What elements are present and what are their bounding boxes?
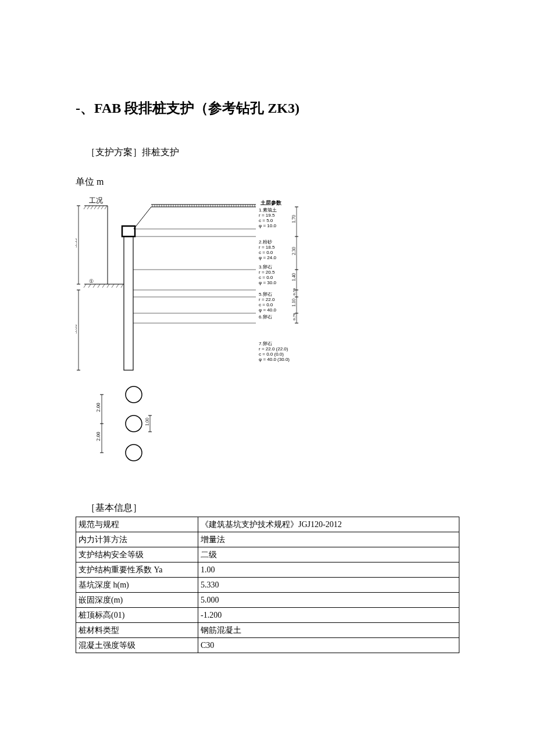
svg-text:r  = 20.5: r = 20.5: [259, 270, 275, 275]
soil-layer-1: 1.素填土 r = 19.5 c = 5.0 φ = 10.0: [259, 207, 277, 228]
svg-text:1.素填土: 1.素填土: [259, 207, 277, 213]
table-row: 桩顶标高(01)-1.200: [76, 608, 459, 623]
table-row: 规范与规程《建筑基坑支护技术规程》JGJ120-2012: [76, 517, 459, 532]
svg-text:φ = 30.0: φ = 30.0: [259, 280, 276, 285]
svg-text:c  = 0.0: c = 0.0: [259, 275, 273, 280]
svg-line-68: [121, 284, 123, 288]
table-cell-value: 5.330: [198, 578, 459, 593]
table-cell-value: 二级: [198, 547, 459, 562]
svg-line-63: [98, 284, 100, 288]
svg-text:c  = 0.0: c = 0.0: [259, 302, 273, 307]
svg-line-5: [98, 206, 100, 209]
table-cell-value: -1.200: [198, 608, 459, 623]
svg-line-7: [105, 206, 107, 209]
svg-line-4: [94, 206, 97, 209]
table-cell-key: 混凝土强度等级: [76, 638, 198, 653]
soil-layer-2: 2.粉砂 r = 18.5 c = 0.0 φ = 24.0: [259, 239, 276, 260]
table-cell-value: 《建筑基坑支护技术规程》JGJ120-2012: [198, 517, 459, 532]
dim-h1: 1.70: [291, 215, 297, 223]
svg-line-60: [84, 284, 86, 288]
svg-line-61: [88, 284, 91, 288]
soil-layer-7: 7.卵石 r = 22.0 (22.0) c = 0.0 (0.0) φ = 4…: [259, 341, 290, 362]
svg-line-6: [101, 206, 104, 209]
table-cell-key: 桩顶标高(01): [76, 608, 198, 623]
svg-point-111: [126, 386, 142, 403]
soil-layer-5: 5.卵石 r = 22.0 c = 0.0 φ = 40.0: [259, 292, 276, 313]
table-row: 内力计算方法增量法: [76, 532, 459, 547]
table-cell-value: 5.000: [198, 593, 459, 608]
svg-text:c  = 0.0: c = 0.0: [259, 250, 273, 255]
svg-line-3: [91, 206, 93, 209]
svg-text:φ = 24.0: φ = 24.0: [259, 255, 276, 260]
svg-text:3.卵石: 3.卵石: [259, 264, 272, 270]
table-row: 桩材料类型钢筋混凝土: [76, 623, 459, 638]
title-mid: 段排桩支护（参考钻孔: [121, 101, 268, 116]
svg-text:2.粉砂: 2.粉砂: [259, 239, 272, 245]
svg-text:r  = 18.5: r = 18.5: [259, 245, 275, 250]
svg-text:r  = 22.0: r = 22.0: [259, 297, 275, 302]
svg-text:6.卵石: 6.卵石: [259, 314, 272, 320]
dim-h6: 0.70: [292, 313, 297, 320]
pile-diameter: 1.00: [145, 418, 150, 426]
table-cell-value: 1.00: [198, 562, 459, 578]
svg-point-113: [126, 445, 142, 461]
table-cell-key: 规范与规程: [76, 517, 198, 532]
gk-label: 工况: [89, 196, 103, 205]
soil-param-header: 土层参数: [260, 200, 282, 206]
svg-text:φ = 40.0: φ = 40.0: [259, 307, 276, 313]
svg-text:φ = 40.0 (30.0): φ = 40.0 (30.0): [259, 357, 290, 362]
table-cell-key: 桩材料类型: [76, 623, 198, 638]
svg-text:c  = 0.0 (0.0): c = 0.0 (0.0): [259, 352, 284, 357]
table-cell-value: C30: [198, 638, 459, 653]
table-cell-key: 基坑深度 h(m): [76, 578, 198, 593]
dim-h4: 0.50: [292, 288, 297, 295]
svg-text:r  = 22.0 (22.0): r = 22.0 (22.0): [259, 346, 288, 352]
basic-info-header: ［基本信息］: [86, 502, 459, 514]
svg-line-62: [93, 284, 95, 288]
title-prefix: -、: [76, 101, 94, 116]
soil-layer-3: 3.卵石 r = 20.5 c = 0.0 φ = 30.0: [259, 264, 276, 285]
marker-1: ①: [89, 278, 94, 284]
cross-section-diagram: 工况 土层参数 ① 5.33 5.00 1.素填土 r = 19.5 c = 5…: [76, 194, 308, 479]
table-cell-key: 支护结构重要性系数 Ya: [76, 562, 198, 578]
table-cell-key: 嵌固深度(m): [76, 593, 198, 608]
table-row: 混凝土强度等级C30: [76, 638, 459, 653]
svg-rect-57: [122, 226, 135, 237]
dim-left-bot: 5.00: [76, 324, 78, 334]
table-cell-value: 钢筋混凝土: [198, 623, 459, 638]
table-cell-key: 内力计算方法: [76, 532, 198, 547]
soil-layer-6: 6.卵石: [259, 314, 272, 320]
pile-spacing-1: 2.00: [95, 403, 101, 412]
scheme-label: ［支护方案］排桩支护: [86, 146, 459, 159]
svg-rect-58: [124, 237, 133, 370]
table-row: 嵌固深度(m)5.000: [76, 593, 459, 608]
svg-text:5.卵石: 5.卵石: [259, 292, 272, 297]
svg-text:7.卵石: 7.卵石: [259, 341, 272, 346]
table-cell-value: 增量法: [198, 532, 459, 547]
svg-line-67: [116, 284, 119, 288]
dim-h3: 1.40: [291, 273, 297, 281]
table-row: 支护结构重要性系数 Ya1.00: [76, 562, 459, 578]
svg-line-64: [102, 284, 105, 288]
title-fab: FAB: [94, 101, 121, 116]
basic-info-table: 规范与规程《建筑基坑支护技术规程》JGJ120-2012内力计算方法增量法支护结…: [76, 517, 459, 653]
svg-point-112: [126, 415, 142, 432]
table-cell-key: 支护结构安全等级: [76, 547, 198, 562]
dim-h2: 2.30: [291, 247, 297, 255]
svg-line-2: [87, 206, 90, 209]
page-title: -、FAB 段排桩支护（参考钻孔 ZK3): [76, 99, 459, 117]
pile-spacing-2: 2.00: [95, 432, 101, 441]
title-zk: ZK3): [268, 101, 299, 116]
svg-text:r  = 19.5: r = 19.5: [259, 213, 275, 218]
dim-left-top: 5.33: [76, 238, 78, 248]
svg-line-1: [84, 206, 86, 209]
svg-line-56: [134, 207, 151, 229]
table-row: 基坑深度 h(m)5.330: [76, 578, 459, 593]
svg-text:φ = 10.0: φ = 10.0: [259, 223, 276, 228]
svg-line-65: [107, 284, 109, 288]
svg-text:c  = 5.0: c = 5.0: [259, 218, 273, 223]
unit-label: 单位 m: [76, 176, 459, 188]
svg-line-66: [112, 284, 114, 288]
table-row: 支护结构安全等级二级: [76, 547, 459, 562]
dim-h5: 1.10: [291, 299, 297, 307]
